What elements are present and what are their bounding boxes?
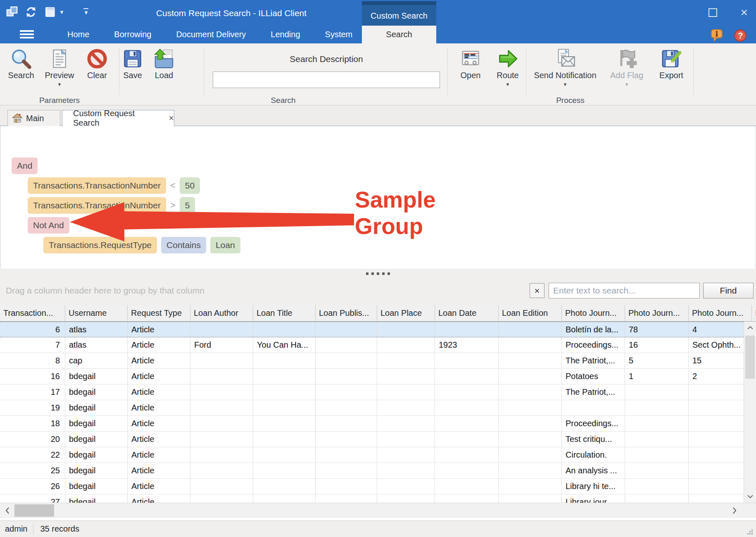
scroll-down-icon[interactable] [744,490,756,503]
tab-search-active[interactable]: Search [362,26,436,43]
switch-windows-icon[interactable] [6,6,18,18]
splitter-handle[interactable] [0,269,756,276]
query-root-operator-chip[interactable]: And [12,158,38,174]
open-file-icon[interactable]: ▼ [44,6,64,18]
query-operator-text[interactable]: < [170,180,176,191]
group-label-parameters: Parameters [0,96,119,105]
cell: cap [65,353,128,368]
search-description-input[interactable] [213,72,440,88]
query-builder-panel: And Transactions.TransactionNumber < 50 … [0,126,756,269]
query-group-operator-chip[interactable]: Not And [28,217,69,234]
ribbon: Search Preview ▼ Clear Parameters [0,43,756,105]
scroll-left-icon[interactable] [0,503,14,518]
table-row[interactable]: 27bdegailArticleLibrary jour... [0,494,756,503]
query-contains-chip[interactable]: Contains [161,237,206,253]
scroll-right-icon[interactable] [727,503,742,518]
column-header[interactable]: Loan Publis... [316,305,377,321]
export-button[interactable]: Export [653,46,690,97]
table-row[interactable]: 26bdegailArticleLibrary hi te... [0,479,756,494]
search-button[interactable]: Search [2,46,40,97]
cell: 16 [0,369,65,384]
preview-dropdown-icon[interactable]: ▼ [57,82,62,87]
column-header[interactable]: Photo Journ... [689,305,752,321]
column-header[interactable]: Loan Edition [499,305,562,321]
column-header[interactable]: Loan Place [377,305,435,321]
cell [499,463,562,478]
column-header[interactable]: Photo Journ... [625,305,689,321]
query-value-chip[interactable]: 5 [180,197,195,214]
table-row[interactable]: 17bdegailArticleThe Patriot,... [0,384,756,400]
query-field-chip[interactable]: Transactions.RequestType [43,237,157,253]
cell [190,447,253,463]
clear-button[interactable]: Clear [79,46,115,97]
column-header[interactable]: P [752,305,756,321]
table-row[interactable]: 16bdegailArticlePotatoes12 [0,369,756,384]
find-button[interactable]: Find [703,283,754,298]
open-file-dropdown-icon[interactable]: ▼ [59,10,64,15]
clear-search-button[interactable]: × [530,283,544,298]
query-value-chip[interactable]: 50 [180,177,200,194]
tab-borrowing[interactable]: Borrowing [102,26,163,43]
send-notification-button[interactable]: Send Notification ▼ [530,46,600,97]
query-value-chip[interactable]: Loan [210,237,240,253]
table-row[interactable]: 18bdegailArticleProceedings... [0,416,756,432]
close-button[interactable]: × [740,7,748,17]
table-row[interactable]: 22bdegailArticleCirculation. [0,447,756,463]
column-header[interactable]: Request Type [128,305,190,321]
query-operator-text[interactable]: > [170,200,176,211]
horizontal-scrollbar[interactable] [0,503,756,518]
query-field-chip[interactable]: Transactions.TransactionNumber [28,197,166,214]
tab-lending[interactable]: Lending [259,26,311,43]
tab-close-icon[interactable]: × [169,114,174,123]
table-row[interactable]: 25bdegailArticleAn analysis ... [0,463,756,479]
cell: Library hi te... [562,479,625,494]
column-header[interactable]: Loan Author [190,305,253,321]
cell [190,353,253,368]
refresh-icon[interactable] [25,6,37,18]
route-button[interactable]: Route ▼ [490,46,525,97]
tab-system[interactable]: System [314,26,364,43]
table-row[interactable]: 19bdegailArticle [0,400,756,416]
menu-icon[interactable] [20,30,34,40]
add-flag-button-label: Add Flag [610,71,643,80]
cell: bdegail [65,384,128,400]
vertical-scrollbar[interactable] [744,322,756,503]
table-row[interactable]: 8capArticleThe Patriot,...515 [0,353,756,369]
tab-main[interactable]: Main [7,110,60,126]
status-bar: admin 35 records [0,520,756,537]
clear-icon [86,48,108,69]
table-row[interactable]: 20bdegailArticleTest critiqu... [0,432,756,447]
open-button-label: Open [461,71,481,80]
table-row[interactable]: 6atlasArticleBoletín de la...784 [0,322,756,337]
send-notification-dropdown-icon[interactable]: ▼ [563,82,568,87]
cell: The Patriot,... [562,353,625,368]
route-dropdown-icon[interactable]: ▼ [506,82,510,87]
resize-grip-icon[interactable] [746,528,754,537]
open-button[interactable]: Open [453,46,488,97]
cell [625,416,689,431]
help-icon[interactable]: ? [734,29,747,44]
query-field-chip[interactable]: Transactions.TransactionNumber [28,177,166,194]
preview-button[interactable]: Preview ▼ [40,46,78,97]
cell [377,463,435,478]
vertical-scroll-thumb[interactable] [745,336,755,379]
maximize-button[interactable] [708,8,717,17]
cell [377,384,435,400]
table-row[interactable]: 7atlasArticleFordYou Can Ha...1923Procee… [0,337,756,353]
customize-toolbar-icon[interactable]: ▼ [83,8,89,16]
tab-custom-request-search[interactable]: Custom Request Search × [62,110,174,126]
save-button[interactable]: Save [116,46,149,97]
tab-home[interactable]: Home [56,26,101,43]
scroll-up-icon[interactable] [744,322,756,334]
load-button[interactable]: Load [148,46,180,97]
column-header[interactable]: Username [65,305,128,321]
cell [253,400,316,415]
tab-document-delivery[interactable]: Document Delivery [164,26,257,43]
horizontal-scroll-thumb[interactable] [14,504,54,517]
column-header[interactable]: Transaction... [0,305,65,321]
column-header[interactable]: Photo Journ... [562,305,625,321]
column-header[interactable]: Loan Date [435,305,499,321]
column-header[interactable]: Loan Title [253,305,316,321]
info-balloon-icon[interactable] [711,29,723,44]
grid-search-input[interactable] [549,283,700,298]
